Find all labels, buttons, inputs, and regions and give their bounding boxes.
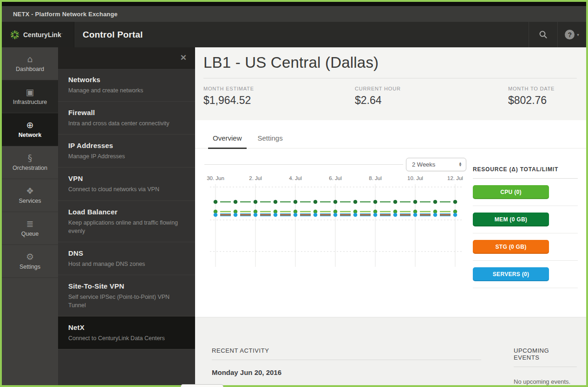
- stat-month-estimate: MONTH ESTIMATE $1,964.52: [203, 86, 355, 107]
- page-body: ⌂ Dashboard ▣ Infrastructure ⊕ Network §…: [2, 47, 586, 385]
- search-icon: [539, 30, 548, 39]
- servers-button[interactable]: SERVERS (0): [473, 267, 549, 281]
- sidebar-item-label: Settings: [20, 264, 40, 270]
- app-screen: NETX - Platform Network Exchange: [0, 0, 588, 387]
- sidebar-item-label: Network: [19, 132, 41, 138]
- feedback-button[interactable]: [181, 384, 223, 387]
- resource-row: STG (0 GB): [473, 240, 578, 261]
- flyout-item-desc: Host and manage DNS zones: [68, 260, 183, 268]
- select-stepper-icon: ▲▼: [458, 162, 462, 167]
- flyout-item-dns[interactable]: DNS Host and manage DNS zones: [58, 242, 195, 275]
- home-icon: ⌂: [27, 55, 33, 64]
- sidebar-item-settings[interactable]: ⚙ Settings: [2, 245, 58, 278]
- window-titlebar: NETX - Platform Network Exchange: [2, 6, 586, 22]
- app-header: CenturyLink· Control Portal ? ▾: [2, 22, 586, 47]
- divider: [212, 360, 481, 360]
- flyout-item-title: IP Addresses: [68, 142, 183, 149]
- svg-text:30. Jun: 30. Jun: [207, 175, 224, 181]
- svg-text:6. Jul: 6. Jul: [329, 175, 342, 181]
- time-range-value: 2 Weeks: [412, 161, 458, 168]
- time-range-select[interactable]: 2 Weeks ▲▼: [406, 158, 466, 171]
- top-strip: [2, 2, 586, 6]
- sidebar-item-label: Services: [19, 198, 41, 204]
- recent-activity-panel: RECENT ACTIVITY Monday Jun 20, 2016: [212, 347, 481, 385]
- upcoming-events-panel: UPCOMING EVENTS No upcoming events.: [514, 347, 577, 385]
- upcoming-events-header: UPCOMING EVENTS: [514, 347, 577, 361]
- globe-icon: ⊕: [26, 121, 34, 129]
- flyout-item-load-balancer[interactable]: Load Balancer Keep applications online a…: [58, 201, 195, 242]
- sidebar-item-orchestration[interactable]: § Orchestration: [2, 146, 58, 179]
- flyout-item-vpn[interactable]: VPN Connect to cloud networks via VPN: [58, 168, 195, 200]
- flyout-item-desc: Intra and cross data center connectivity: [68, 119, 183, 128]
- flyout-item-title: Firewall: [68, 109, 183, 116]
- svg-text:10. Jul: 10. Jul: [407, 175, 423, 181]
- cube-icon: ❖: [26, 187, 34, 195]
- search-button[interactable]: [529, 22, 557, 47]
- flyout-item-desc: Connect to cloud networks via VPN: [68, 185, 183, 194]
- network-flyout-menu: ✕ Networks Manage and create networks Fi…: [58, 47, 195, 385]
- close-icon[interactable]: ✕: [180, 54, 187, 62]
- flyout-item-netx[interactable]: NetX Connect to CenturyLink Data Centers: [58, 316, 195, 349]
- activity-events-section: RECENT ACTIVITY Monday Jun 20, 2016 UPCO…: [195, 317, 586, 385]
- brand-name: CenturyLink·: [23, 31, 63, 39]
- header-actions: ? ▾: [529, 22, 586, 47]
- upcoming-events-empty: No upcoming events.: [514, 378, 577, 385]
- primary-sidebar: ⌂ Dashboard ▣ Infrastructure ⊕ Network §…: [2, 47, 58, 385]
- flyout-item-title: VPN: [68, 174, 183, 182]
- help-menu-button[interactable]: ? ▾: [557, 22, 586, 47]
- range-bar: 2 Weeks ▲▼: [204, 158, 466, 171]
- stat-label: CURRENT HOUR: [355, 86, 508, 91]
- cpu-button[interactable]: CPU (0): [473, 185, 549, 199]
- tab-settings[interactable]: Settings: [253, 134, 287, 148]
- brand-logo[interactable]: CenturyLink·: [2, 22, 74, 47]
- sidebar-item-queue[interactable]: ≣ Queue: [2, 212, 58, 245]
- divider: [514, 367, 577, 367]
- flyout-header: ✕: [58, 47, 195, 69]
- stat-month-to-date: MONTH TO DATE $802.76: [508, 86, 577, 107]
- page-header-section: LB1 - US Central (Dallas) MONTH ESTIMATE…: [195, 47, 586, 120]
- flyout-item-desc: Self service IPSec (Point-to-Point) VPN …: [68, 293, 183, 310]
- browser-frame: NETX - Platform Network Exchange: [2, 2, 586, 385]
- chart-and-resources: 2 Weeks ▲▼ 30. Jun2. Jul4. Jul6. Jul8. J…: [195, 148, 586, 317]
- main-content: LB1 - US Central (Dallas) MONTH ESTIMATE…: [195, 47, 586, 385]
- stat-current-hour: CURRENT HOUR $2.64: [355, 86, 508, 107]
- usage-chart: 30. Jun2. Jul4. Jul6. Jul8. Jul10. Jul12…: [204, 175, 467, 271]
- flyout-item-site-to-site-vpn[interactable]: Site-To-Site VPN Self service IPSec (Poi…: [58, 275, 195, 316]
- mem-button[interactable]: MEM (0 GB): [473, 213, 549, 226]
- stat-label: MONTH ESTIMATE: [203, 86, 355, 91]
- window-title: NETX - Platform Network Exchange: [13, 11, 118, 18]
- sidebar-item-infrastructure[interactable]: ▣ Infrastructure: [2, 80, 58, 113]
- divider: [473, 288, 578, 288]
- app-title: Control Portal: [74, 22, 529, 47]
- help-icon: ?: [565, 30, 575, 39]
- stat-value: $802.76: [508, 94, 577, 107]
- sidebar-item-services[interactable]: ❖ Services: [2, 179, 58, 212]
- sidebar-item-label: Queue: [21, 231, 39, 237]
- sidebar-item-label: Dashboard: [16, 66, 44, 72]
- sidebar-item-network[interactable]: ⊕ Network: [2, 113, 58, 146]
- stat-value: $1,964.52: [203, 94, 355, 107]
- activity-entry[interactable]: Monday Jun 20, 2016: [212, 368, 481, 376]
- svg-text:12. Jul: 12. Jul: [447, 175, 463, 181]
- stat-label: MONTH TO DATE: [508, 86, 577, 91]
- flyout-item-desc: Manage IP Addresses: [68, 152, 183, 161]
- resource-row: CPU (0): [473, 185, 578, 206]
- flyout-item-title: Site-To-Site VPN: [68, 282, 183, 290]
- chart-panel: 2 Weeks ▲▼ 30. Jun2. Jul4. Jul6. Jul8. J…: [195, 148, 468, 317]
- flyout-item-firewall[interactable]: Firewall Intra and cross data center con…: [58, 102, 195, 135]
- svg-text:4. Jul: 4. Jul: [289, 175, 302, 181]
- sidebar-item-dashboard[interactable]: ⌂ Dashboard: [2, 47, 58, 80]
- sidebar-item-label: Infrastructure: [13, 99, 47, 105]
- tab-overview[interactable]: Overview: [208, 134, 247, 149]
- svg-text:2. Jul: 2. Jul: [249, 175, 262, 181]
- flyout-item-title: Networks: [68, 76, 183, 84]
- recent-activity-header: RECENT ACTIVITY: [212, 347, 481, 354]
- flyout-item-ip-addresses[interactable]: IP Addresses Manage IP Addresses: [58, 135, 195, 168]
- flyout-item-title: Load Balancer: [68, 208, 183, 216]
- svg-text:8. Jul: 8. Jul: [369, 175, 382, 181]
- brand-mark: ·: [61, 31, 63, 36]
- flyout-item-networks[interactable]: Networks Manage and create networks: [58, 69, 195, 102]
- chevron-down-icon: ▾: [577, 32, 579, 37]
- stg-button[interactable]: STG (0 GB): [473, 240, 549, 254]
- flyout-filler: [58, 349, 195, 385]
